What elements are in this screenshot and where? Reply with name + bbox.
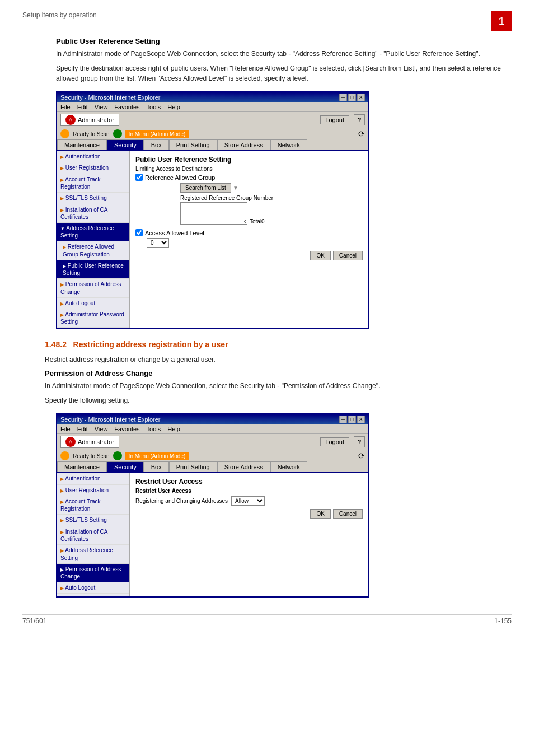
arrow-icon: ▶ bbox=[60, 586, 64, 591]
arrow-icon: ▶ bbox=[60, 488, 64, 493]
status-text-2: Ready to Scan bbox=[73, 453, 110, 459]
tab-print-setting-2[interactable]: Print Setting bbox=[169, 461, 217, 472]
menu-tools-2[interactable]: Tools bbox=[147, 426, 161, 432]
tab-print-setting-1[interactable]: Print Setting bbox=[169, 139, 217, 150]
tab-security-2[interactable]: Security bbox=[107, 461, 144, 472]
minimize-btn-2[interactable]: ─ bbox=[339, 416, 347, 423]
menu-edit-2[interactable]: Edit bbox=[77, 426, 88, 432]
logout-button-2[interactable]: Logout bbox=[320, 437, 349, 446]
sidebar-item-public-user-1[interactable]: ▶ Public User Reference Setting bbox=[57, 260, 129, 279]
reg-group-label: Registered Reference Group Number bbox=[180, 195, 363, 201]
menu-help-1[interactable]: Help bbox=[167, 104, 180, 110]
section2-para2: Specify the following setting. bbox=[45, 395, 512, 405]
menu-favorites-2[interactable]: Favorites bbox=[114, 426, 139, 432]
reg-change-label: Registering and Changing Addresses bbox=[135, 498, 228, 504]
arrow-icon: ▶ bbox=[60, 208, 64, 213]
sidebar-item-ssl-1[interactable]: ▶ SSL/TLS Setting bbox=[57, 193, 129, 204]
admin-icon-1: A bbox=[65, 115, 76, 125]
section1-para1: In Administrator mode of PageScope Web C… bbox=[56, 49, 512, 59]
browser-menubar-2: File Edit View Favorites Tools Help bbox=[57, 424, 368, 434]
sidebar-item-auto-logout-2[interactable]: ▶ Auto Logout bbox=[57, 582, 129, 594]
arrow-icon: ▶ bbox=[60, 166, 64, 171]
checkbox-row-1: Reference Allowed Group bbox=[135, 174, 363, 181]
section2-intro: Restrict address registration or change … bbox=[45, 354, 512, 365]
nav-tabs-2: Maintenance Security Box Print Setting S… bbox=[57, 461, 368, 473]
menu-tools-1[interactable]: Tools bbox=[147, 104, 161, 110]
ok-cancel-row-2: OK Cancel bbox=[135, 509, 363, 519]
close-btn-2[interactable]: ✕ bbox=[357, 416, 365, 423]
sidebar-item-address-ref-1[interactable]: ▼ Address Reference Setting bbox=[57, 223, 129, 241]
sidebar-item-ca-1[interactable]: ▶ Installation of CA Certificates bbox=[57, 204, 129, 223]
ok-button-2[interactable]: OK bbox=[310, 509, 330, 519]
maximize-btn-2[interactable]: □ bbox=[348, 416, 356, 423]
help-button-2[interactable]: ? bbox=[354, 436, 365, 447]
tab-security-1[interactable]: Security bbox=[107, 139, 144, 150]
tab-maintenance-1[interactable]: Maintenance bbox=[57, 139, 107, 150]
content-title-2: Restrict User Access bbox=[135, 478, 363, 486]
logout-button-1[interactable]: Logout bbox=[320, 115, 349, 124]
menu-file-2[interactable]: File bbox=[60, 426, 71, 432]
tab-network-2[interactable]: Network bbox=[270, 461, 307, 472]
sidebar-item-ca-2[interactable]: ▶ Installation of CA Certificates bbox=[57, 526, 129, 545]
sidebar-item-address-ref-2[interactable]: ▶ Address Reference Setting bbox=[57, 545, 129, 563]
refresh-icon-1[interactable]: ⟳ bbox=[358, 129, 365, 138]
ok-button-1[interactable]: OK bbox=[310, 251, 330, 260]
tab-store-address-2[interactable]: Store Address bbox=[217, 461, 270, 472]
maximize-btn-1[interactable]: □ bbox=[348, 94, 356, 101]
scan-icon-2 bbox=[60, 451, 69, 460]
page-number-badge: 1 bbox=[491, 11, 512, 31]
scan-icon-1 bbox=[60, 129, 69, 138]
access-level-dropdown[interactable]: 0 1 2 bbox=[147, 238, 169, 248]
tab-box-1[interactable]: Box bbox=[144, 139, 169, 150]
status-text-1: Ready to Scan bbox=[73, 131, 110, 137]
ref-allowed-label: Reference Allowed Group bbox=[145, 174, 215, 181]
sidebar-item-perm-1[interactable]: ▶ Permission of Address Change bbox=[57, 279, 129, 297]
browser-status-1: Ready to Scan In Menu (Admin Mode) ⟳ bbox=[57, 128, 368, 139]
cancel-button-2[interactable]: Cancel bbox=[333, 509, 363, 519]
limiting-access-label: Limiting Access to Destinations bbox=[135, 166, 363, 172]
tab-network-1[interactable]: Network bbox=[270, 139, 307, 150]
arrow-icon: ▶ bbox=[60, 477, 64, 482]
menu-edit-1[interactable]: Edit bbox=[77, 104, 88, 110]
sidebar-item-authentication-2[interactable]: ▶ Authentication bbox=[57, 473, 129, 484]
tab-store-address-1[interactable]: Store Address bbox=[217, 139, 270, 150]
arrow-icon: ▶ bbox=[60, 530, 64, 535]
sidebar-item-user-reg-1[interactable]: ▶ User Registration bbox=[57, 162, 129, 174]
arrow-icon: ▶ bbox=[63, 245, 66, 250]
sidebar-item-perm-2[interactable]: ▶ Permission of Address Change bbox=[57, 564, 129, 582]
browser-title-1: Security - Microsoft Internet Explorer bbox=[60, 94, 161, 101]
sidebar-item-admin-pwd-1[interactable]: ▶ Administrator Password Setting bbox=[57, 309, 129, 328]
access-allowed-checkbox[interactable] bbox=[135, 229, 143, 236]
minimize-btn-1[interactable]: ─ bbox=[339, 94, 347, 101]
sidebar-item-ref-group-1[interactable]: ▶ Reference Allowed Group Registration bbox=[57, 241, 129, 260]
sidebar-item-user-reg-2[interactable]: ▶ User Registration bbox=[57, 485, 129, 496]
sidebar-item-authentication-1[interactable]: ▶ Authentication bbox=[57, 151, 129, 162]
page-footer: 751/601 1-155 bbox=[22, 614, 512, 625]
restrict-user-access-label: Restrict User Access bbox=[135, 488, 363, 494]
refresh-icon-2[interactable]: ⟳ bbox=[358, 451, 365, 460]
help-button-1[interactable]: ? bbox=[354, 114, 365, 125]
sidebar-item-account-track-1[interactable]: ▶ Account Track Registration bbox=[57, 174, 129, 193]
menu-favorites-1[interactable]: Favorites bbox=[114, 104, 139, 110]
search-from-list-button[interactable]: Search from List bbox=[180, 183, 231, 193]
menu-view-2[interactable]: View bbox=[95, 426, 108, 432]
menu-help-2[interactable]: Help bbox=[167, 426, 180, 432]
ok-cancel-row-1: OK Cancel bbox=[135, 251, 363, 260]
allow-dropdown[interactable]: Allow Restrict bbox=[231, 496, 265, 506]
menu-view-1[interactable]: View bbox=[95, 104, 108, 110]
ref-group-textarea[interactable] bbox=[180, 202, 247, 225]
admin-label-2: Administrator bbox=[78, 438, 114, 445]
close-btn-1[interactable]: ✕ bbox=[357, 94, 365, 101]
section2-title: Restricting address registration by a us… bbox=[73, 340, 228, 349]
menu-file-1[interactable]: File bbox=[60, 104, 71, 110]
arrow-icon: ▶ bbox=[60, 312, 64, 318]
sidebar-item-ssl-2[interactable]: ▶ SSL/TLS Setting bbox=[57, 515, 129, 526]
ref-allowed-checkbox[interactable] bbox=[135, 174, 143, 181]
sidebar-item-account-track-2[interactable]: ▶ Account Track Registration bbox=[57, 496, 129, 515]
browser-window-1: Security - Microsoft Internet Explorer ─… bbox=[56, 91, 369, 329]
tab-maintenance-2[interactable]: Maintenance bbox=[57, 461, 107, 472]
sidebar-1: ▶ Authentication ▶ User Registration ▶ A… bbox=[57, 151, 130, 328]
cancel-button-1[interactable]: Cancel bbox=[333, 251, 363, 260]
tab-box-2[interactable]: Box bbox=[144, 461, 169, 472]
sidebar-item-auto-logout-1[interactable]: ▶ Auto Logout bbox=[57, 298, 129, 309]
